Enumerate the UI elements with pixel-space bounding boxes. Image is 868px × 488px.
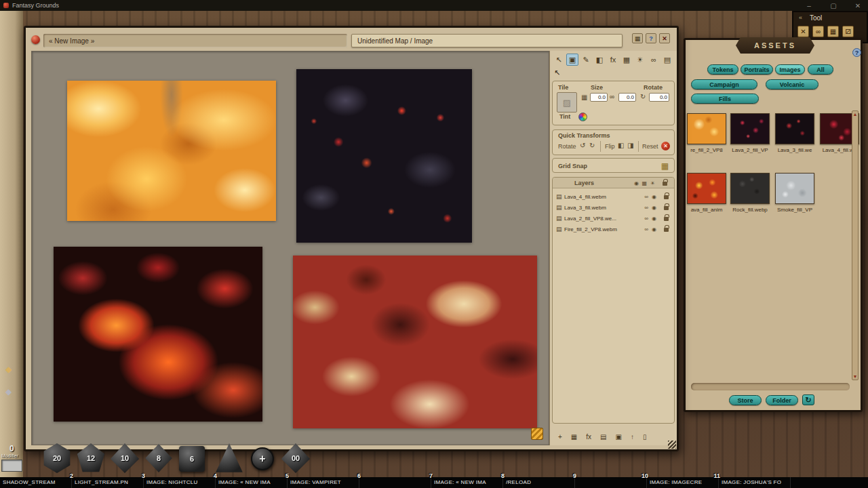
- light-tool-icon[interactable]: ☀: [634, 54, 646, 66]
- table-tool-icon[interactable]: ▤: [661, 54, 673, 66]
- flip-horizontal-icon[interactable]: ◧: [618, 142, 624, 149]
- modifier-die[interactable]: +: [251, 447, 274, 470]
- rotate-cw-icon[interactable]: ↻: [589, 142, 595, 149]
- d6-die[interactable]: 6: [179, 446, 205, 472]
- window-orb-icon[interactable]: [31, 35, 40, 44]
- layer-eye-icon[interactable]: ◉: [652, 205, 656, 211]
- minimize-icon[interactable]: –: [802, 2, 816, 9]
- help-icon[interactable]: ?: [646, 33, 656, 43]
- size-link-icon[interactable]: ∞: [610, 93, 614, 100]
- selection-resize-handle[interactable]: [531, 428, 543, 440]
- delete-layer-icon[interactable]: ▯: [643, 433, 647, 441]
- chevron-left-icon[interactable]: «: [799, 14, 802, 21]
- fx-tool-icon[interactable]: fx: [607, 54, 619, 66]
- grid-snap-icon[interactable]: ▦: [661, 161, 669, 171]
- tab-images[interactable]: Images: [775, 64, 805, 75]
- asset-thumb-lava2-fill[interactable]: [730, 113, 770, 144]
- grid-tool-icon[interactable]: ▦: [620, 54, 633, 66]
- texture-fire-fill[interactable]: [67, 81, 276, 221]
- pointer-tool-icon[interactable]: ↖: [553, 54, 565, 66]
- layer-lock-icon[interactable]: [664, 195, 669, 199]
- map-close-icon[interactable]: ✕: [659, 33, 670, 43]
- folder-icon[interactable]: ▤: [600, 433, 606, 441]
- asset-thumb-lava-anim[interactable]: [687, 173, 726, 204]
- assets-help-icon[interactable]: ?: [852, 48, 861, 57]
- hotkey-slot[interactable]: Image: « New Ima 8: [431, 477, 503, 488]
- scroll-down-icon[interactable]: ▼: [852, 374, 858, 379]
- filter-campaign[interactable]: Campaign: [691, 79, 757, 89]
- tool-grid-icon[interactable]: ▦: [827, 26, 839, 37]
- select-cursor-icon[interactable]: ↖: [554, 68, 560, 77]
- tab-tokens[interactable]: Tokens: [707, 64, 738, 75]
- texture-lava4-fill[interactable]: [293, 256, 537, 428]
- assets-scrollbar[interactable]: ▲ ▼: [852, 110, 859, 380]
- hotkey-slot[interactable]: 7: [359, 477, 431, 488]
- hotkey-slot[interactable]: Image: « New Ima 5: [216, 477, 288, 488]
- texture-lava3-fill[interactable]: [54, 247, 262, 422]
- mask-tool-icon[interactable]: ◧: [593, 54, 606, 66]
- link-tool-icon[interactable]: ∞: [648, 54, 660, 66]
- flip-vertical-icon[interactable]: ◨: [627, 142, 633, 149]
- layers-grid-icon[interactable]: ▦: [642, 180, 647, 186]
- size-y-field[interactable]: 0.0: [618, 93, 636, 102]
- layer-eye-icon[interactable]: ◉: [652, 216, 656, 222]
- rotate-ccw-icon[interactable]: ↺: [580, 142, 585, 149]
- tool-chain-icon[interactable]: ∞: [812, 26, 824, 37]
- tab-portraits[interactable]: Portraits: [741, 64, 773, 75]
- copy-layer-icon[interactable]: ▣: [616, 433, 622, 441]
- layer-lock-icon[interactable]: [664, 228, 669, 232]
- modifier-box[interactable]: [1, 460, 22, 472]
- layers-tool-icon[interactable]: ▣: [566, 54, 578, 66]
- layer-eye-icon[interactable]: ◉: [652, 226, 656, 232]
- asset-thumb-smoke-fill[interactable]: [775, 173, 814, 204]
- filter-fills[interactable]: Fills: [691, 94, 759, 104]
- layer-link-icon[interactable]: ∞: [644, 205, 648, 211]
- layers-eye-icon[interactable]: ◉: [634, 180, 639, 186]
- hotkey-slot[interactable]: Image: Nightclu 4: [144, 477, 216, 488]
- tile-preview[interactable]: ▨: [557, 92, 577, 113]
- layer-link-icon[interactable]: ∞: [644, 226, 648, 232]
- layer-row[interactable]: ▤ Lava_2_fill_VP8.we... ∞ ◉: [553, 213, 674, 224]
- add-grid-layer-icon[interactable]: ▦: [571, 433, 577, 441]
- store-button[interactable]: Store: [729, 395, 762, 405]
- draw-tool-icon[interactable]: ✎: [580, 54, 592, 66]
- layer-lock-icon[interactable]: [664, 206, 669, 210]
- map-canvas[interactable]: [31, 51, 549, 445]
- hotkey-slot[interactable]: Light_Stream.PN 3: [72, 477, 144, 488]
- hotkey-slot[interactable]: 10: [575, 477, 647, 488]
- tint-color-swatch[interactable]: [578, 113, 587, 121]
- add-fx-layer-icon[interactable]: fx: [586, 433, 591, 441]
- layer-link-icon[interactable]: ∞: [644, 194, 648, 200]
- asset-thumb-rock-fill[interactable]: [730, 173, 770, 204]
- add-layer-icon[interactable]: +: [558, 433, 562, 441]
- rotate-icon[interactable]: ↻: [640, 93, 646, 100]
- layer-row[interactable]: ▤ Fire_fill_2_VP8.webm ∞ ◉: [553, 224, 674, 235]
- layers-lock-icon[interactable]: [663, 182, 667, 186]
- layer-row[interactable]: ▤ Lava_4_fill.webm ∞ ◉: [553, 191, 674, 202]
- tab-unidentified-map[interactable]: Unidentified Map / Image: [351, 34, 623, 47]
- gold-gem-icon[interactable]: ◆: [5, 365, 12, 374]
- size-x-field[interactable]: 0.0: [590, 93, 608, 102]
- filter-volcanic[interactable]: Volcanic: [766, 79, 818, 89]
- rotate-field[interactable]: 0.0: [649, 93, 669, 102]
- scroll-up-icon[interactable]: ▲: [852, 112, 858, 117]
- layers-sun-icon[interactable]: ☀: [650, 180, 655, 186]
- raise-layer-icon[interactable]: ↑: [631, 433, 634, 441]
- refresh-icon[interactable]: ↻: [802, 394, 814, 405]
- hotkey-slot[interactable]: Image: ImageCre 11: [647, 477, 719, 488]
- gray-gem-icon[interactable]: ◆: [5, 387, 12, 396]
- token-icon[interactable]: ▦: [632, 33, 643, 43]
- layer-lock-icon[interactable]: [664, 217, 669, 221]
- asset-thumb-lava3-fill[interactable]: [775, 113, 814, 144]
- maximize-icon[interactable]: ▢: [826, 2, 841, 9]
- layer-eye-icon[interactable]: ◉: [652, 194, 656, 200]
- hotkey-slot[interactable]: Image: VampireT 6: [288, 477, 359, 488]
- tool-close-icon[interactable]: ✕: [797, 26, 809, 37]
- tab-all[interactable]: All: [808, 64, 833, 75]
- window-resize-grip[interactable]: [668, 441, 676, 449]
- assets-horizontal-scrollbar[interactable]: [691, 383, 850, 390]
- texture-lava2-fill[interactable]: [296, 69, 472, 243]
- hotkey-slot[interactable]: Shadow_Stream 2: [0, 477, 72, 488]
- folder-button[interactable]: Folder: [766, 395, 798, 405]
- hotkey-slot[interactable]: Image: Joshua's Fo: [719, 477, 791, 488]
